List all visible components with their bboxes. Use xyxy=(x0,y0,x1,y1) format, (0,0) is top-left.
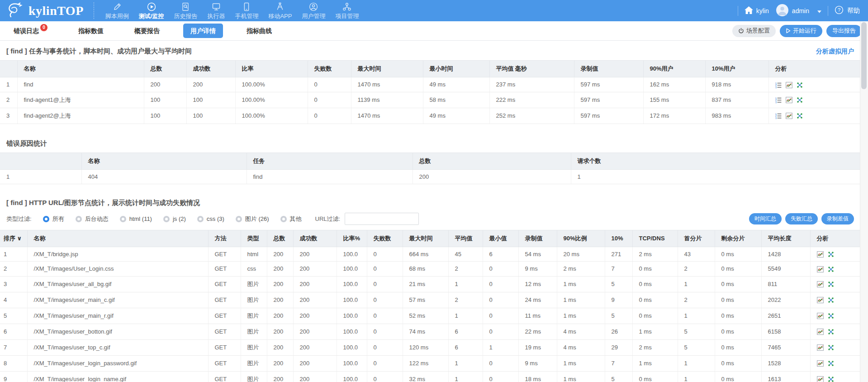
table-cell: 32 ms xyxy=(403,371,448,382)
help-button[interactable]: ? 帮助 xyxy=(835,5,860,16)
nav-item-project-management[interactable]: 项目管理 xyxy=(330,0,364,21)
radio-icon xyxy=(236,216,242,222)
analyze-icon[interactable] xyxy=(828,297,834,303)
table-cell: 5549 xyxy=(761,262,810,277)
chart-icon[interactable] xyxy=(817,344,824,351)
chart-icon[interactable] xyxy=(817,251,824,258)
analyze-icon[interactable] xyxy=(797,97,803,103)
tab-user-details[interactable]: 用户详情 xyxy=(183,24,223,38)
table-cell: 0 ms xyxy=(632,308,678,324)
table-cell: 3 xyxy=(0,108,17,124)
summary-button-2[interactable]: 录制差值 xyxy=(821,213,854,224)
analyze-icon[interactable] xyxy=(797,113,803,119)
table-cell: 5 xyxy=(678,324,715,339)
table-cell: 597 ms xyxy=(574,77,643,92)
radio-icon xyxy=(43,216,49,222)
table-cell: 0 xyxy=(367,247,403,262)
table-cell: 3 xyxy=(0,276,27,292)
summary-button-1[interactable]: 失败汇总 xyxy=(785,213,818,224)
nav-item-mobile-app[interactable]: 移动APP xyxy=(263,0,297,21)
analyze-icon[interactable] xyxy=(828,360,834,367)
chart-icon[interactable] xyxy=(817,297,824,303)
summary-button-0[interactable]: 时间汇总 xyxy=(749,213,782,224)
analyze-icon[interactable] xyxy=(828,344,834,351)
table-cell: 74 ms xyxy=(403,324,448,339)
chart-icon[interactable] xyxy=(817,329,824,335)
sequence-list-icon[interactable]: 123 xyxy=(775,113,782,119)
chart-icon[interactable] xyxy=(817,266,824,272)
radio-icon xyxy=(120,216,126,222)
url-filter-input[interactable] xyxy=(345,213,419,225)
type-filter-option-6[interactable]: 其他 xyxy=(280,215,302,223)
analysis-cell: 123 xyxy=(768,108,860,124)
start-run-button[interactable]: 开始运行 xyxy=(780,25,822,37)
column-header: 90%用户 xyxy=(643,61,705,77)
analyze-icon[interactable] xyxy=(828,329,834,335)
tab-label: 用户详情 xyxy=(190,27,216,34)
brand-logo[interactable]: kylinTOP xyxy=(0,0,94,21)
chart-icon[interactable] xyxy=(786,113,792,119)
scrollbar-thumb[interactable] xyxy=(861,22,867,89)
column-header xyxy=(0,61,17,77)
chart-icon[interactable] xyxy=(817,376,824,382)
column-header: 任务 xyxy=(247,153,413,169)
radio-icon xyxy=(280,216,287,222)
play-circle-icon xyxy=(147,2,157,12)
type-filter-option-0[interactable]: 所有 xyxy=(43,215,64,223)
url-filter-label: URL过滤: xyxy=(315,215,341,223)
table-cell: 20 ms xyxy=(557,247,605,262)
table-cell: 100 xyxy=(144,108,186,124)
chart-icon[interactable] xyxy=(817,281,824,287)
analyze-icon[interactable] xyxy=(828,251,834,258)
home-tenant-button[interactable]: kylin xyxy=(745,6,769,15)
nav-item-script-cases[interactable]: 脚本用例 xyxy=(100,0,134,21)
start-run-label: 开始运行 xyxy=(793,27,816,35)
export-report-button[interactable]: 导出报告 xyxy=(826,25,862,37)
nav-item-user-management[interactable]: 用户管理 xyxy=(297,0,330,21)
type-filter-option-5[interactable]: 图片 (26) xyxy=(236,215,269,223)
analyze-icon[interactable] xyxy=(828,313,834,319)
type-filter-option-4[interactable]: css (3) xyxy=(197,215,224,222)
table-cell: 49 ms xyxy=(423,77,489,92)
sequence-list-icon[interactable]: 123 xyxy=(775,82,782,88)
user-menu[interactable]: admin xyxy=(776,4,821,18)
tab-metric-values[interactable]: 指标数值 xyxy=(71,24,111,38)
chart-icon[interactable] xyxy=(786,97,792,103)
table-row: 3/XM_T/images/user_all_bg.gifGET图片200200… xyxy=(0,276,860,292)
table-cell: GET xyxy=(208,324,241,339)
analyze-icon[interactable] xyxy=(828,281,834,287)
chart-icon[interactable] xyxy=(817,360,824,367)
table-cell: 100.0 xyxy=(337,371,367,382)
tab-error-log[interactable]: 错误日志0 xyxy=(6,24,55,38)
column-header[interactable]: 排序 ∨ xyxy=(0,230,27,247)
table-cell: 1 ms xyxy=(557,292,605,308)
nav-item-phone-management[interactable]: 手机管理 xyxy=(230,0,263,21)
analyze-icon[interactable] xyxy=(828,266,834,272)
analyze-icon[interactable] xyxy=(828,376,834,382)
nav-item-label: 测试/监控 xyxy=(139,12,164,20)
table-cell: 0 ms xyxy=(715,292,761,308)
type-filter-option-3[interactable]: js (2) xyxy=(163,215,186,222)
chart-icon[interactable] xyxy=(786,82,792,88)
column-header: 总数 xyxy=(413,153,571,169)
tab-metric-curves[interactable]: 指标曲线 xyxy=(239,24,279,38)
tab-label: 指标数值 xyxy=(78,27,104,34)
scene-config-button[interactable]: 场景配置 xyxy=(732,25,776,37)
table-cell: 1 ms xyxy=(557,308,605,324)
nav-item-history-reports[interactable]: 历史报告 xyxy=(169,0,202,21)
table-cell: 100.00% xyxy=(235,92,308,108)
analyze-virtual-users-link[interactable]: 分析虚拟用户 xyxy=(816,48,854,56)
table-cell: 0 xyxy=(367,292,403,308)
type-filter-option-2[interactable]: html (11) xyxy=(120,215,152,222)
chart-icon[interactable] xyxy=(817,313,824,319)
table-cell: 1 xyxy=(571,169,860,184)
type-filter-option-1[interactable]: 后台动态 xyxy=(76,215,109,223)
nav-item-test-monitor[interactable]: 测试/监控 xyxy=(134,0,169,21)
tab-summary-report[interactable]: 概要报告 xyxy=(127,24,167,38)
analyze-icon[interactable] xyxy=(797,82,803,88)
table-cell: 26 xyxy=(605,324,632,339)
vertical-scrollbar[interactable] xyxy=(860,21,868,382)
sequence-list-icon[interactable]: 123 xyxy=(775,97,782,103)
nav-item-executor[interactable]: 执行器 xyxy=(202,0,230,21)
column-header: 失败数 xyxy=(367,230,403,247)
